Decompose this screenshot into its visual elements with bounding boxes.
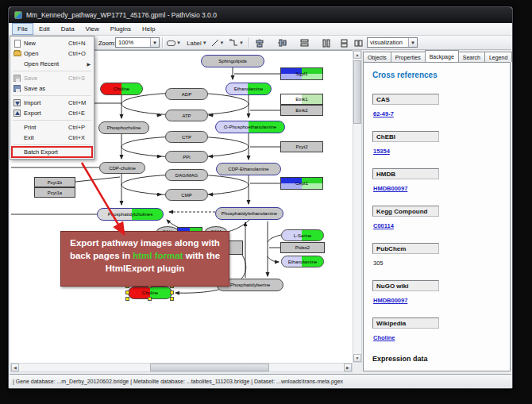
cross-references-heading: Cross references — [372, 71, 510, 79]
zoom-label: Zoom: — [98, 40, 115, 47]
visualization-combobox[interactable]: visualization ▼ — [367, 37, 418, 48]
pathway-node-cdp-choline[interactable]: CDP-choline — [99, 162, 145, 174]
menu-plugins[interactable]: Plugins — [105, 23, 137, 35]
file-menu-item-open-recent[interactable]: Open Recent▶ — [10, 59, 94, 69]
menu-item-shortcut: Ctrl+M — [68, 99, 94, 106]
status-text: | Gene database: ...m_Derby_20120602.bri… — [13, 379, 343, 384]
file-menu-item-exit[interactable]: ExitCtrl+X — [10, 133, 94, 143]
file-menu-item-batch-export[interactable]: Batch Export — [10, 147, 94, 157]
common-width-icon[interactable] — [319, 37, 333, 48]
pathway-node-ppi[interactable]: PPi — [165, 151, 208, 163]
file-menu-item-new[interactable]: NewCtrl+N — [10, 38, 94, 48]
crossref-link[interactable]: HMDB00097 — [373, 185, 407, 192]
crossref-link[interactable]: HMDB00097 — [373, 297, 407, 304]
scroll-left-icon[interactable]: ◀ — [11, 364, 19, 371]
datanode-tool-button[interactable]: ▼ — [164, 37, 183, 48]
tab-backpage[interactable]: Backpage — [425, 50, 459, 62]
vertical-scroll-thumb[interactable] — [353, 60, 361, 124]
menu-file[interactable]: File — [12, 23, 33, 35]
menu-view[interactable]: View — [80, 23, 105, 35]
canvas-horizontal-scrollbar[interactable]: ◀ ▶ — [10, 363, 353, 372]
pathway-node-adp[interactable]: ADP — [165, 88, 208, 100]
pathway-node-pcyt1b[interactable]: Pcyt1b — [34, 177, 75, 187]
pathway-node-pcyt2[interactable]: Pcyt2 — [280, 141, 323, 152]
pathway-node-phosphatidylcholines[interactable]: Phosphatidylcholines — [97, 208, 164, 221]
menu-help[interactable]: Help — [137, 23, 160, 35]
stack-vertical-icon[interactable] — [337, 37, 351, 48]
crossref-link[interactable]: 15354 — [373, 148, 390, 155]
pathway-node-ethanolamine[interactable]: Ethanolamine — [226, 83, 272, 95]
file-menu-item-open[interactable]: OpenCtrl+O — [10, 48, 94, 59]
file-menu-item-import[interactable]: ImportCtrl+M — [10, 98, 94, 108]
new-file-icon — [10, 40, 24, 48]
canvas-vertical-scrollbar[interactable]: ▲ ▼ — [353, 50, 362, 363]
menu-item-label: Open — [24, 50, 68, 57]
title-bar[interactable]: Mm_Kennedy_pathway_WP1771_45176.gpml - P… — [9, 7, 512, 23]
crossref-source-header: NuGO wiki — [372, 280, 439, 291]
callout-highlight-text: html format — [133, 251, 183, 260]
pathway-node-phosphatidylethanolamine[interactable]: Phosphatidylethanolamine — [215, 207, 283, 220]
pathway-node-etnk2[interactable]: Etnk2 — [280, 105, 323, 116]
crossref-link[interactable]: Choline — [373, 334, 395, 341]
menu-data[interactable]: Data — [56, 23, 80, 35]
pathway-node-cdp-ethanolamine[interactable]: CDP-Ethanolamine — [216, 163, 281, 175]
pathway-node-dag-mag[interactable]: DAG/MAG — [165, 169, 208, 181]
connector-tool-button[interactable]: ▼ — [227, 37, 246, 48]
file-menu-item-save-as[interactable]: Save as — [10, 83, 94, 94]
chevron-down-icon[interactable]: ▼ — [150, 38, 159, 47]
pathway-node-l-serine[interactable]: L-Serine — [281, 229, 324, 241]
file-menu-item-save[interactable]: SaveCtrl+S — [10, 73, 94, 83]
align-center-y-icon[interactable] — [275, 37, 289, 48]
label-tool-button[interactable]: Label ▼ — [185, 37, 209, 48]
pathway-node-sgpl1[interactable]: Sgpl1 — [280, 67, 323, 80]
pathway-node-ctp[interactable]: CTP — [165, 131, 208, 143]
tab-search[interactable]: Search — [458, 52, 485, 62]
menu-item-shortcut: Ctrl+O — [68, 50, 94, 57]
line-icon — [211, 39, 219, 47]
file-menu-item-print[interactable]: PrintCtrl+P — [10, 122, 94, 133]
zoom-combobox[interactable]: 100% ▼ — [115, 37, 160, 48]
pathway-node-etnk1[interactable]: Etnk1 — [280, 94, 323, 105]
tab-properties[interactable]: Properties — [391, 52, 426, 62]
line-tool-button[interactable]: ▼ — [208, 37, 227, 48]
pathway-node-ethanolamine[interactable]: Ethanolamine — [281, 256, 324, 267]
crossref-link[interactable]: 62-49-7 — [373, 110, 394, 117]
crossref-section: CAS62-49-7 — [372, 94, 510, 119]
scroll-right-icon[interactable]: ▶ — [344, 364, 352, 371]
pathway-node-phosphocholine[interactable]: Phosphocholine — [98, 121, 149, 134]
tab-legend[interactable]: Legend — [484, 52, 512, 62]
pathway-node-cmp[interactable]: CMP — [165, 189, 208, 201]
crossref-section: NuGO wikiHMDB00097 — [372, 280, 510, 306]
crossref-source-header: ChEBI — [372, 131, 439, 142]
menu-item-label: New — [24, 40, 68, 47]
selection-handle[interactable] — [125, 297, 129, 301]
menu-separator — [13, 71, 91, 71]
crossref-link[interactable]: C00114 — [373, 222, 394, 229]
common-height-icon[interactable] — [297, 37, 311, 48]
scroll-down-icon[interactable]: ▼ — [353, 354, 361, 362]
align-center-x-icon[interactable] — [253, 37, 267, 48]
selection-handle[interactable] — [148, 297, 152, 301]
menu-edit[interactable]: Edit — [33, 23, 56, 35]
scroll-up-icon[interactable]: ▲ — [353, 51, 361, 59]
pathway-node-choline[interactable]: Choline — [100, 83, 143, 95]
chevron-down-icon[interactable]: ▼ — [408, 38, 417, 47]
menu-item-label: Open Recent — [24, 60, 68, 67]
stack-horizontal-icon[interactable] — [351, 37, 365, 48]
horizontal-scroll-thumb[interactable] — [150, 364, 269, 371]
file-menu-item-export[interactable]: ExportCtrl+E — [10, 108, 94, 118]
pathway-node-atp[interactable]: ATP — [165, 110, 208, 121]
pathway-node-sphingolipids[interactable]: Sphingolipids — [201, 55, 264, 67]
pathway-node-cept1[interactable]: Cept1 — [280, 177, 323, 190]
annotation-callout: Export pathway images along with back pa… — [60, 231, 229, 287]
tab-objects[interactable]: Objects — [363, 52, 391, 62]
menu-item-label: Save — [24, 75, 68, 82]
pathway-node-pcyt1a[interactable]: Pcyt1a — [34, 187, 75, 198]
selection-handle[interactable] — [170, 297, 174, 301]
crossref-source-header: HMDB — [372, 168, 439, 179]
selection-handle[interactable] — [170, 290, 174, 294]
pathway-node-ptdss2[interactable]: Ptdss2 — [280, 242, 325, 253]
menu-item-shortcut: Ctrl+N — [68, 40, 94, 47]
selection-handle[interactable] — [125, 290, 129, 294]
pathway-node-o-phosphoethanolamine[interactable]: O-Phosphoethanolamine — [215, 121, 285, 133]
